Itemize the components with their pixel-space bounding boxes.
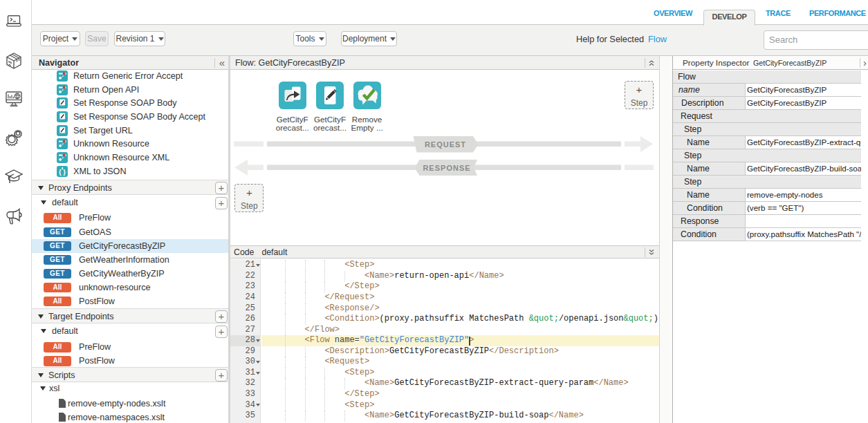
svg-text:RESPONSE: RESPONSE <box>423 164 470 172</box>
svg-text:REQUEST: REQUEST <box>425 140 466 149</box>
